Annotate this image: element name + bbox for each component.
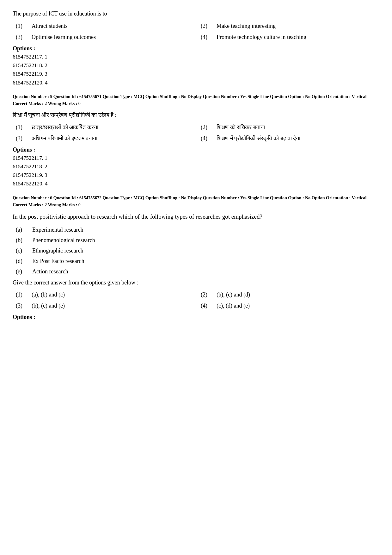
q5-option-2-number: (2)	[201, 123, 210, 132]
q6-option-e-label: (e)	[16, 268, 25, 275]
q4-option-2-text: Make teaching interesting	[217, 22, 276, 30]
q6-option-b-text: Phenomenological research	[32, 237, 95, 244]
q4-code-2: 61547522118. 2	[13, 61, 379, 70]
q6-final-option-4-text: (c), (d) and (e)	[217, 302, 250, 310]
q4-option-3-number: (3)	[16, 33, 25, 41]
q6-question-text: In the post positivistic approach to res…	[13, 212, 379, 221]
q4-option-2: (2) Make teaching interesting	[201, 22, 379, 30]
q5-option-3: (3) अधिगम परिणामों को इष्टतम बनाना	[16, 134, 194, 143]
q6-final-options-grid: (1) (a), (b) and (c) (2) (b), (c) and (d…	[13, 290, 379, 310]
q5-code-3: 61547522119. 3	[13, 171, 379, 179]
q6-option-d-label: (d)	[16, 258, 25, 265]
q6-option-c-label: (c)	[16, 247, 25, 254]
q6-option-e: (e) Action research	[13, 268, 379, 275]
q5-option-4: (4) शिक्षण में प्रौद्योगिकी संस्कृति को …	[201, 134, 379, 143]
q6-final-option-2: (2) (b), (c) and (d)	[201, 290, 379, 299]
q5-marks: Correct Marks : 2 Wrong Marks : 0	[13, 101, 379, 106]
q6-option-b-label: (b)	[16, 237, 25, 244]
q4-question-text: The purpose of ICT use in education is t…	[13, 9, 379, 18]
q6-options-label: Options :	[13, 314, 379, 321]
q4-option-3-text: Optimise learning outcomes	[32, 33, 96, 41]
q4-option-4: (4) Promote technology culture in teachi…	[201, 33, 379, 41]
q6-meta: Question Number : 6 Question Id : 615475…	[13, 195, 379, 201]
q6-answers-section: Options :	[13, 314, 379, 321]
q5-code-1: 61547522117. 1	[13, 154, 379, 162]
q6-final-option-3-number: (3)	[16, 302, 25, 310]
q4-options-grid: (1) Attract students (2) Make teaching i…	[13, 22, 379, 41]
q6-final-option-4-number: (4)	[201, 302, 210, 310]
q6-option-c: (c) Ethnographic research	[13, 247, 379, 254]
q4-code-1: 61547522117. 1	[13, 53, 379, 61]
q4-code-3: 61547522119. 3	[13, 70, 379, 78]
q6-option-b: (b) Phenomenological research	[13, 237, 379, 244]
q6-option-d-text: Ex Post Facto research	[32, 258, 84, 265]
q6-vertical-options: (a) Experimental research (b) Phenomenol…	[13, 227, 379, 275]
q5-options-label: Options :	[13, 147, 379, 153]
q5-answers-section: Options : 61547522117. 1 61547522118. 2 …	[13, 147, 379, 188]
q5-option-4-number: (4)	[201, 134, 210, 143]
q6-option-e-text: Action research	[32, 268, 68, 275]
q5-option-1-number: (1)	[16, 123, 25, 132]
q6-option-a: (a) Experimental research	[13, 227, 379, 233]
q4-answers-section: Options : 61547522117. 1 61547522118. 2 …	[13, 45, 379, 87]
q4-option-4-number: (4)	[201, 33, 210, 41]
q6-marks: Correct Marks : 2 Wrong Marks : 0	[13, 203, 379, 208]
q6-final-option-2-number: (2)	[201, 290, 210, 299]
q5-option-3-text: अधिगम परिणामों को इष्टतम बनाना	[32, 134, 97, 143]
q6-final-option-3-text: (b), (c) and (e)	[32, 302, 65, 310]
q4-option-1: (1) Attract students	[16, 22, 194, 30]
q5-question-text: शिक्षा में सूचना और सम्प्रेषण प्रौद्योगि…	[13, 111, 379, 119]
q6-option-d: (d) Ex Post Facto research	[13, 258, 379, 265]
q6-option-c-text: Ethnographic research	[32, 247, 83, 254]
q4-option-4-text: Promote technology culture in teaching	[217, 33, 306, 41]
q4-option-1-number: (1)	[16, 22, 25, 30]
q5-option-1-text: छात्र/छात्राओं को आकर्षित करना	[32, 123, 98, 132]
q4-options-label: Options :	[13, 45, 379, 52]
q5-option-4-text: शिक्षण में प्रौद्योगिकी संस्कृति को बढ़ा…	[217, 134, 300, 143]
q5-option-3-number: (3)	[16, 134, 25, 143]
q4-code-4: 61547522120. 4	[13, 78, 379, 87]
q5-option-2: (2) शिक्षण को रुचिकर बनाना	[201, 123, 379, 132]
question-4-block: The purpose of ICT use in education is t…	[13, 9, 379, 87]
q4-option-3: (3) Optimise learning outcomes	[16, 33, 194, 41]
q6-final-option-3: (3) (b), (c) and (e)	[16, 302, 194, 310]
q5-options-grid: (1) छात्र/छात्राओं को आकर्षित करना (2) श…	[13, 123, 379, 143]
q5-option-2-text: शिक्षण को रुचिकर बनाना	[217, 123, 265, 132]
q5-code-4: 61547522120. 4	[13, 179, 379, 188]
q6-give-answer: Give the correct answer from the options…	[13, 279, 379, 286]
q4-option-2-number: (2)	[201, 22, 210, 30]
question-6-block: In the post positivistic approach to res…	[13, 212, 379, 321]
q4-option-1-text: Attract students	[32, 22, 67, 30]
q6-final-option-1-text: (a), (b) and (c)	[32, 290, 65, 299]
q6-final-option-4: (4) (c), (d) and (e)	[201, 302, 379, 310]
q6-final-option-2-text: (b), (c) and (d)	[217, 290, 250, 299]
q6-final-option-1: (1) (a), (b) and (c)	[16, 290, 194, 299]
q6-final-option-1-number: (1)	[16, 290, 25, 299]
q6-option-a-text: Experimental research	[32, 227, 83, 233]
q5-code-2: 61547522118. 2	[13, 162, 379, 171]
q5-option-1: (1) छात्र/छात्राओं को आकर्षित करना	[16, 123, 194, 132]
q5-meta: Question Number : 5 Question Id : 615475…	[13, 93, 379, 100]
q6-option-a-label: (a)	[16, 227, 25, 233]
question-5-block: शिक्षा में सूचना और सम्प्रेषण प्रौद्योगि…	[13, 111, 379, 188]
